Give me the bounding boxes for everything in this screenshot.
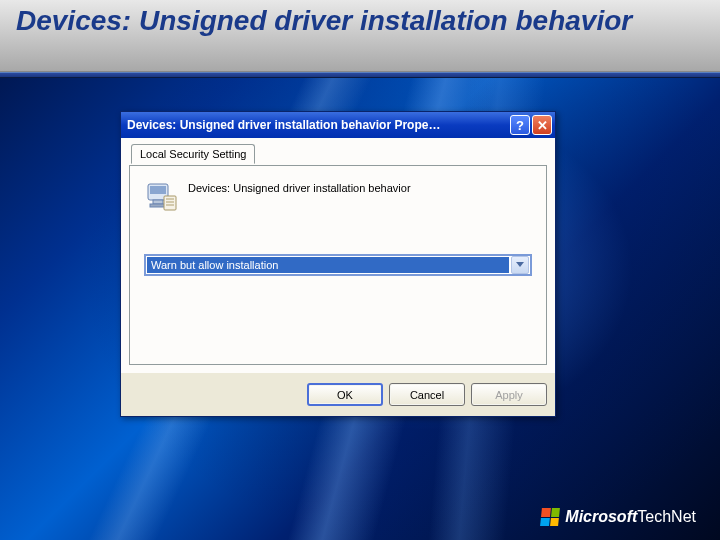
slide-title: Devices: Unsigned driver installation be… <box>16 6 632 37</box>
help-icon: ? <box>516 118 524 133</box>
svg-rect-2 <box>153 200 163 204</box>
ok-button[interactable]: OK <box>307 383 383 406</box>
policy-header-row: Devices: Unsigned driver installation be… <box>144 180 532 218</box>
policy-name-label: Devices: Unsigned driver installation be… <box>188 180 411 194</box>
footer-product: TechNet <box>637 508 696 525</box>
close-button[interactable]: ✕ <box>532 115 552 135</box>
policy-value-dropdown[interactable]: Warn but allow installation <box>144 254 532 276</box>
dropdown-selected-value: Warn but allow installation <box>147 257 509 273</box>
svg-rect-4 <box>164 196 176 210</box>
close-icon: ✕ <box>537 118 548 133</box>
dialog-button-row: OK Cancel Apply <box>121 373 555 416</box>
apply-button[interactable]: Apply <box>471 383 547 406</box>
footer-logo: MicrosoftTechNet <box>541 508 696 526</box>
dialog-titlebar[interactable]: Devices: Unsigned driver installation be… <box>121 112 555 138</box>
microsoft-flag-icon <box>540 508 560 526</box>
chevron-down-icon <box>516 262 524 268</box>
help-button[interactable]: ? <box>510 115 530 135</box>
properties-dialog: Devices: Unsigned driver installation be… <box>120 111 556 417</box>
dropdown-arrow-button[interactable] <box>511 256 529 274</box>
footer-brand: Microsoft <box>565 508 637 525</box>
svg-rect-1 <box>150 186 166 194</box>
tab-strip: Local Security Setting <box>129 144 547 166</box>
cancel-button[interactable]: Cancel <box>389 383 465 406</box>
policy-icon <box>144 180 178 218</box>
slide-top-rule <box>0 72 720 78</box>
dialog-body: Local Security Setting Devices: <box>121 138 555 373</box>
tab-panel: Devices: Unsigned driver installation be… <box>129 165 547 365</box>
tab-local-security-setting[interactable]: Local Security Setting <box>131 144 255 164</box>
dialog-title-text: Devices: Unsigned driver installation be… <box>127 118 508 132</box>
